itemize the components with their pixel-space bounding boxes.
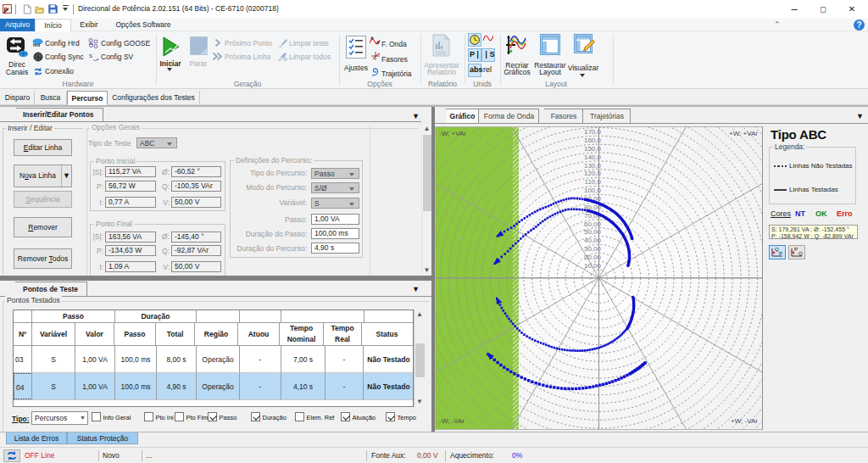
svg-text:100,0: 100,0	[584, 187, 602, 194]
svg-text:P: P	[779, 251, 782, 256]
svg-text:50,00: 50,00	[584, 228, 602, 236]
svg-text:S: S	[89, 53, 92, 59]
svg-text:40,00: 40,00	[584, 237, 602, 244]
svg-text:-W; +VAr: -W; +VAr	[439, 130, 466, 137]
svg-text:P: P	[794, 247, 798, 252]
svg-text:so: so	[89, 42, 93, 46]
svg-text:10,00: 10,00	[584, 262, 602, 270]
svg-text:170,0: 170,0	[584, 128, 602, 136]
svg-text:+W; +VAr: +W; +VAr	[729, 130, 758, 137]
svg-text:60,00: 60,00	[584, 220, 602, 228]
svg-text:hrd: hrd	[33, 42, 40, 47]
svg-text:140,0: 140,0	[584, 153, 602, 161]
svg-text:130,0: 130,0	[584, 162, 602, 170]
svg-text:110,0: 110,0	[585, 178, 602, 186]
svg-text:160,0: 160,0	[584, 137, 602, 144]
svg-text:+W; -VAr: +W; -VAr	[731, 417, 758, 425]
svg-text:120,0: 120,0	[584, 170, 602, 177]
svg-text:150,0: 150,0	[584, 145, 602, 153]
svg-text:-W; -VAr: -W; -VAr	[439, 417, 465, 425]
svg-text:30,00: 30,00	[584, 245, 602, 253]
svg-text:Q: Q	[798, 251, 803, 256]
svg-text:20,00: 20,00	[584, 254, 602, 261]
